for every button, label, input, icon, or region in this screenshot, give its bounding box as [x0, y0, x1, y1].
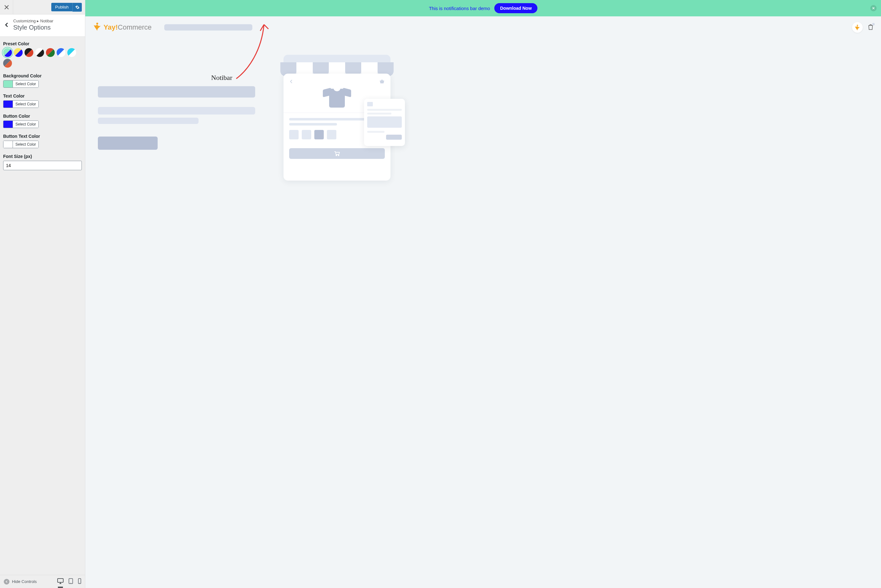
avatar[interactable] — [852, 22, 863, 33]
breadcrumb-path: Customizing ▸ Notibar — [13, 18, 54, 23]
svg-point-7 — [336, 155, 337, 156]
cart-icon — [334, 151, 340, 156]
background-color-swatch — [3, 81, 13, 87]
background-color-label: Background Color — [3, 73, 82, 78]
notification-bar: This is notifications bar demo Download … — [85, 0, 881, 16]
sidebar-footer: Hide Controls — [0, 575, 85, 588]
device-mobile-button[interactable] — [78, 578, 81, 585]
button-text-color-label: Button Text Color — [3, 134, 82, 139]
font-size-label: Font Size (px) — [3, 154, 82, 159]
text-color-picker[interactable]: Select Color — [3, 100, 39, 108]
close-button[interactable] — [0, 0, 13, 15]
device-tablet-button[interactable] — [69, 578, 73, 585]
button-text-color-picker[interactable]: Select Color — [3, 141, 39, 148]
hide-controls-label: Hide Controls — [12, 579, 37, 584]
svg-point-8 — [338, 155, 339, 156]
button-text-select-color-button[interactable]: Select Color — [13, 141, 38, 148]
publish-settings-button[interactable] — [72, 3, 82, 12]
button-color-swatch — [3, 121, 13, 128]
chevron-left-icon — [5, 22, 9, 27]
paragraph-placeholder — [98, 107, 255, 114]
preset-swatch[interactable] — [35, 48, 44, 57]
button-placeholder — [98, 136, 158, 150]
button-color-label: Button Color — [3, 114, 82, 118]
cart-button[interactable] — [868, 24, 873, 31]
preset-color-label: Preset Color — [3, 41, 82, 46]
publish-button[interactable]: Publish — [51, 3, 72, 11]
notibar-cta-button[interactable]: Download Now — [494, 3, 537, 13]
heading-placeholder — [98, 86, 255, 98]
background-select-color-button[interactable]: Select Color — [13, 81, 38, 87]
sidebar-breadcrumb: Customizing ▸ Notibar Style Options — [0, 15, 85, 37]
basket-icon — [379, 79, 385, 84]
site-preview: This is notifications bar demo Download … — [85, 0, 881, 588]
site-logo[interactable]: Yay!Commerce — [93, 22, 152, 33]
svg-point-6 — [857, 24, 858, 26]
preset-swatch[interactable] — [14, 48, 23, 57]
customizer-sidebar: Publish Customizing ▸ Notibar Style Opti… — [0, 0, 85, 588]
page-title: Style Options — [13, 24, 54, 31]
close-icon — [872, 7, 875, 9]
collapse-icon — [4, 579, 9, 585]
close-icon — [5, 5, 9, 9]
logo-text-yay: Yay! — [104, 23, 118, 31]
background-color-picker[interactable]: Select Color — [3, 80, 39, 88]
nav-placeholder — [164, 24, 252, 30]
notibar-text: This is notifications bar demo — [429, 6, 490, 11]
chevron-left-icon — [289, 79, 294, 84]
preview-body — [85, 36, 881, 193]
device-desktop-button[interactable] — [57, 578, 63, 585]
text-color-swatch — [3, 100, 13, 108]
logo-icon — [93, 22, 102, 33]
tshirt-icon — [323, 86, 351, 108]
preset-swatch[interactable] — [46, 48, 55, 57]
text-color-label: Text Color — [3, 93, 82, 99]
button-text-color-swatch — [3, 141, 13, 148]
gear-icon — [75, 5, 80, 9]
preset-swatch[interactable] — [68, 48, 76, 57]
back-button[interactable] — [0, 18, 13, 32]
button-select-color-button[interactable]: Select Color — [13, 121, 38, 128]
svg-rect-0 — [58, 579, 63, 582]
sidebar-topbar: Publish — [0, 0, 85, 15]
svg-point-2 — [71, 583, 71, 583]
mail-icon — [367, 102, 373, 106]
notibar-close-button[interactable] — [870, 5, 876, 11]
text-select-color-button[interactable]: Select Color — [13, 100, 38, 108]
button-color-picker[interactable]: Select Color — [3, 120, 39, 128]
inbox-card-illustration — [364, 99, 405, 146]
preset-swatch[interactable] — [3, 59, 12, 68]
preset-swatch[interactable] — [57, 48, 65, 57]
storefront-illustration — [280, 55, 393, 181]
preset-swatches — [3, 48, 82, 68]
paragraph-placeholder — [98, 118, 198, 124]
mobile-icon — [78, 578, 81, 584]
tablet-icon — [69, 578, 73, 584]
avatar-icon — [854, 24, 860, 30]
svg-point-4 — [79, 583, 80, 583]
font-size-input[interactable] — [3, 161, 82, 170]
svg-point-5 — [96, 22, 98, 24]
desktop-icon — [57, 578, 63, 584]
preset-swatch[interactable] — [3, 48, 12, 57]
preview-header: Yay!Commerce — [85, 16, 881, 36]
preset-swatch[interactable] — [24, 48, 33, 57]
logo-text-commerce: Commerce — [118, 23, 152, 31]
cart-cta-placeholder — [289, 148, 385, 159]
hide-controls-button[interactable]: Hide Controls — [4, 579, 37, 585]
cart-badge — [872, 23, 875, 26]
